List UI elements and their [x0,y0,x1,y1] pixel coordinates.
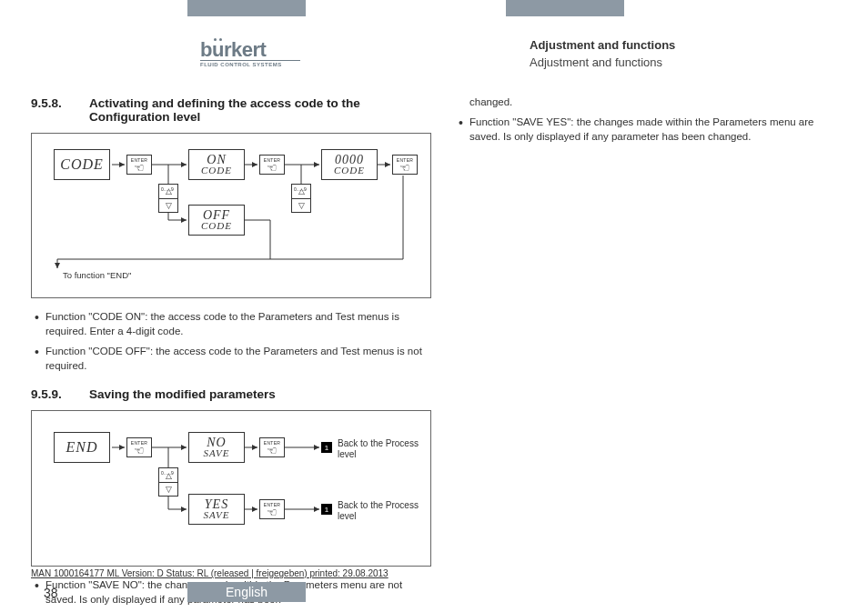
display-off-code: OFF CODE [188,205,245,236]
enter-icon: ☜ [267,508,278,517]
step-badge-2: 1 [321,504,332,515]
enter-button-1: ENTER ☜ [126,155,152,175]
diagram-959: END ENTER ☜ △ ▽ 0......9 NO SAVE YES SAV… [31,410,431,567]
section-959-heading: 9.5.9. Saving the modified parameters [31,387,431,401]
bullet-item: Function "CODE OFF": the access code to … [31,344,431,373]
enter-button-4: ENTER ☜ [126,437,152,457]
enter-button-3: ENTER ☜ [392,155,418,175]
display-on-code: ON CODE [188,149,245,180]
enter-icon: ☜ [134,446,145,456]
header-title: Adjustment and functions [530,38,675,52]
enter-icon: ☜ [399,164,410,173]
right-bullets: Function "SAVE YES": the changes made wi… [455,115,837,144]
result-text-1: Back to the Process level [338,438,429,460]
manual-footer-line: MAN 1000164177 ML Version: D Status: RL … [31,568,389,578]
step-badge-1: 1 [321,442,332,453]
display-0000-code: 0000 CODE [321,149,378,180]
language-badge: English [187,582,306,602]
updown-button-3: △ ▽ 0......9 [158,467,178,497]
enter-icon: ☜ [267,446,278,456]
page-header: Adjustment and functions Adjustment and … [530,38,675,69]
updown-button-2: △ ▽ 0......9 [291,184,311,213]
header-subtitle: Adjustment and functions [530,55,675,69]
display-yes-save: YES SAVE [188,494,245,525]
enter-icon: ☜ [267,164,278,173]
bullet-item: Function "SAVE YES": the changes made wi… [455,115,837,144]
display-end: END [54,432,110,463]
result-text-2: Back to the Process level [338,500,429,522]
enter-button-2: ENTER ☜ [259,155,285,175]
display-no-save: NO SAVE [188,432,245,463]
brand-logo: burkert FLUID CONTROL SYSTEMS [200,42,300,67]
enter-button-6: ENTER ☜ [259,499,285,519]
continuation-text: changed. [455,96,837,107]
diagram-958: CODE ENTER ☜ △ ▽ 0......9 ON CODE OFF CO… [31,133,431,298]
enter-button-5: ENTER ☜ [259,437,285,457]
display-code: CODE [54,149,110,180]
to-end-label: To function "END" [63,270,131,280]
updown-button-1: △ ▽ 0......9 [158,184,178,213]
enter-icon: ☜ [134,164,145,173]
bullet-item: Function "CODE ON": the access code to t… [31,309,431,338]
page-number: 38 [44,586,58,600]
section-958-bullets: Function "CODE ON": the access code to t… [31,309,431,373]
section-958-heading: 9.5.8. Activating and defining the acces… [31,96,431,124]
